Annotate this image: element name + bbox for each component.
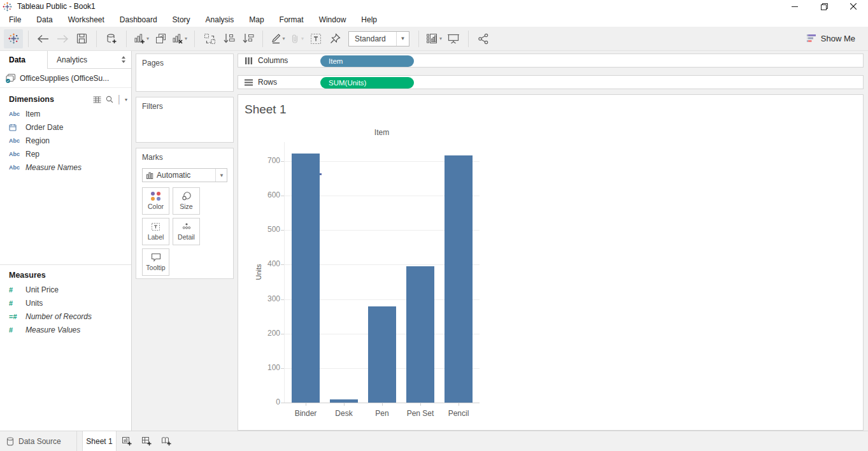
restore-button[interactable] bbox=[809, 0, 839, 13]
dimension-measure-names[interactable]: AbcMeasure Names bbox=[0, 161, 131, 174]
menu-file[interactable]: File bbox=[1, 13, 29, 26]
rows-shelf-label: Rows bbox=[258, 78, 277, 87]
new-worksheet-tab-button[interactable] bbox=[117, 431, 136, 451]
x-category-label[interactable]: Binder bbox=[285, 409, 326, 418]
x-tick-mark bbox=[306, 403, 306, 406]
menu-window[interactable]: Window bbox=[311, 13, 354, 26]
x-tick-mark bbox=[382, 403, 383, 406]
data-source-name: OfficeSupplies (OfficeSu... bbox=[20, 74, 109, 83]
fix-axes-button[interactable] bbox=[325, 29, 345, 48]
dimension-item[interactable]: AbcItem bbox=[0, 107, 131, 120]
new-worksheet-button[interactable]: ▾ bbox=[132, 29, 151, 48]
y-tick-label: 300 bbox=[253, 294, 280, 303]
work-area: Columns Item Rows SUM(Units) Sheet 1 Ite… bbox=[238, 51, 868, 431]
columns-shelf-label: Columns bbox=[258, 56, 288, 65]
measure-units[interactable]: #Units bbox=[0, 296, 131, 310]
save-button[interactable] bbox=[72, 29, 91, 48]
tab-data[interactable]: Data bbox=[0, 51, 48, 69]
size-label: Size bbox=[180, 203, 192, 210]
menu-map[interactable]: Map bbox=[241, 13, 271, 26]
field-label: Units bbox=[25, 299, 43, 308]
view-data-icon[interactable] bbox=[93, 96, 101, 103]
presentation-mode-button[interactable] bbox=[444, 29, 463, 48]
pages-shelf[interactable]: Pages bbox=[136, 54, 234, 92]
bar-pen[interactable] bbox=[368, 306, 396, 403]
tooltip-icon bbox=[151, 253, 161, 262]
color-label: Color bbox=[148, 203, 164, 210]
label-button[interactable]: Label bbox=[142, 218, 169, 245]
data-source-item[interactable]: OfficeSupplies (OfficeSu... bbox=[0, 69, 131, 88]
chevron-down-icon[interactable]: ▾ bbox=[439, 36, 442, 41]
duplicate-sheet-button[interactable] bbox=[151, 29, 170, 48]
highlight-button[interactable]: ▾ bbox=[268, 29, 287, 48]
swap-rows-columns-button[interactable] bbox=[200, 29, 219, 48]
x-category-label[interactable]: Pen Set bbox=[400, 409, 441, 418]
fit-mode-select[interactable]: Standard ▼ bbox=[348, 31, 409, 47]
pane-sort-icon[interactable] bbox=[116, 51, 131, 69]
menu-worksheet[interactable]: Worksheet bbox=[60, 13, 112, 26]
bar-pencil[interactable] bbox=[445, 155, 473, 403]
detail-button[interactable]: Detail bbox=[173, 218, 200, 245]
tab-analytics[interactable]: Analytics bbox=[48, 51, 116, 69]
bar-binder[interactable] bbox=[292, 154, 320, 403]
sort-ascending-button[interactable] bbox=[219, 29, 238, 48]
undo-button[interactable] bbox=[34, 29, 53, 48]
columns-shelf[interactable]: Columns Item bbox=[238, 54, 864, 68]
chevron-down-icon[interactable]: ▼ bbox=[215, 169, 224, 182]
dimension-rep[interactable]: AbcRep bbox=[0, 147, 131, 161]
new-data-source-button[interactable] bbox=[102, 29, 121, 48]
rows-pill-sum-units[interactable]: SUM(Units) bbox=[320, 77, 414, 89]
chevron-down-icon[interactable]: ▼ bbox=[396, 32, 409, 46]
search-icon[interactable] bbox=[106, 96, 113, 103]
share-button[interactable] bbox=[474, 29, 493, 48]
dimension-region[interactable]: AbcRegion bbox=[0, 134, 131, 147]
tooltip-button[interactable]: Tooltip bbox=[142, 248, 169, 276]
clear-sheet-button[interactable]: ▾ bbox=[170, 29, 189, 48]
close-button[interactable] bbox=[839, 0, 868, 13]
cards-column: Pages Filters Marks Automatic ▼ Color bbox=[132, 51, 238, 431]
tab-sheet-1[interactable]: Sheet 1 bbox=[82, 431, 117, 451]
chevron-down-icon[interactable]: ▾ bbox=[283, 36, 285, 41]
show-mark-labels-button[interactable] bbox=[306, 29, 325, 48]
show-hide-cards-button[interactable]: ▾ bbox=[424, 29, 444, 48]
tableau-home-button[interactable] bbox=[4, 29, 23, 48]
tab-data-source[interactable]: Data Source bbox=[0, 431, 77, 451]
abc-icon: Abc bbox=[9, 111, 25, 117]
measure-unit-price[interactable]: #Unit Price bbox=[0, 283, 131, 296]
measure-measure-values[interactable]: #Measure Values bbox=[0, 323, 131, 336]
show-me-label: Show Me bbox=[821, 34, 855, 43]
mark-type-select[interactable]: Automatic ▼ bbox=[142, 168, 227, 182]
dimension-order-date[interactable]: Order Date bbox=[0, 120, 131, 134]
sort-descending-button[interactable] bbox=[238, 29, 257, 48]
toolbar-separator bbox=[262, 31, 263, 47]
bar-desk[interactable] bbox=[330, 399, 358, 403]
menu-story[interactable]: Story bbox=[165, 13, 198, 26]
sheet-title[interactable]: Sheet 1 bbox=[245, 103, 287, 117]
menu-dashboard[interactable]: Dashboard bbox=[112, 13, 165, 26]
menu-analysis[interactable]: Analysis bbox=[198, 13, 242, 26]
color-button[interactable]: Color bbox=[142, 187, 169, 215]
new-dashboard-tab-button[interactable] bbox=[136, 431, 156, 451]
x-category-label[interactable]: Pencil bbox=[438, 409, 479, 418]
menu-help[interactable]: Help bbox=[353, 13, 385, 26]
bar-pen-set[interactable] bbox=[406, 266, 434, 403]
new-story-tab-button[interactable] bbox=[156, 431, 176, 451]
toolbar-separator bbox=[418, 31, 419, 47]
minimize-button[interactable] bbox=[780, 0, 809, 13]
show-me-button[interactable]: Show Me bbox=[798, 31, 864, 46]
menu-data[interactable]: Data bbox=[29, 13, 60, 26]
x-category-label[interactable]: Pen bbox=[362, 409, 402, 418]
size-button[interactable]: Size bbox=[173, 187, 200, 215]
chevron-down-icon[interactable]: ▾ bbox=[125, 97, 127, 103]
x-category-label[interactable]: Desk bbox=[324, 409, 364, 418]
chevron-down-icon[interactable]: ▾ bbox=[185, 36, 187, 41]
menu-format[interactable]: Format bbox=[272, 13, 311, 26]
redo-button[interactable] bbox=[53, 29, 72, 48]
filters-shelf[interactable]: Filters bbox=[136, 97, 234, 143]
measure-list: #Unit Price#Units=#Number of Records#Mea… bbox=[0, 283, 131, 336]
columns-pill-item[interactable]: Item bbox=[320, 55, 414, 67]
column-field-header[interactable]: Item bbox=[284, 128, 480, 137]
chevron-down-icon[interactable]: ▾ bbox=[146, 36, 149, 41]
measure-number-of-records[interactable]: =#Number of Records bbox=[0, 310, 131, 323]
rows-shelf[interactable]: Rows SUM(Units) bbox=[238, 75, 864, 89]
